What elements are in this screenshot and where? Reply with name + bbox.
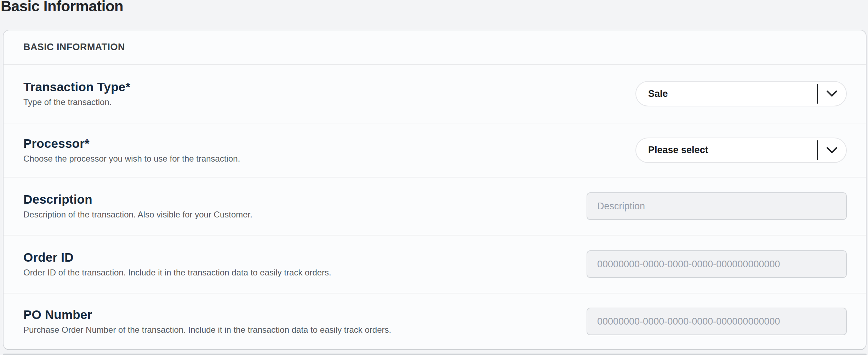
next-section-top-edge — [3, 354, 867, 355]
label-block: Description Description of the transacti… — [23, 192, 252, 220]
card-header-label: BASIC INFORMATION — [23, 42, 125, 53]
processor-select[interactable]: Please select — [635, 138, 847, 163]
form-row-description: Description Description of the transacti… — [4, 178, 866, 235]
row-description: Order ID of the transaction. Include it … — [23, 267, 331, 278]
page-title: Basic Information — [1, 0, 123, 15]
row-description: Description of the transaction. Also vis… — [23, 209, 252, 220]
select-value: Please select — [636, 145, 817, 156]
description-input[interactable] — [587, 192, 847, 220]
row-title: Order ID — [23, 250, 331, 264]
label-block: Order ID Order ID of the transaction. In… — [23, 250, 331, 278]
row-description: Purchase Order Number of the transaction… — [23, 325, 391, 335]
po-number-input[interactable] — [587, 308, 847, 335]
row-title: Processor* — [23, 136, 240, 151]
basic-information-card: BASIC INFORMATION Transaction Type* Type… — [3, 30, 867, 350]
label-block: PO Number Purchase Order Number of the t… — [23, 308, 391, 335]
chevron-down-icon — [818, 90, 846, 97]
order-id-input[interactable] — [587, 250, 847, 278]
chevron-down-icon — [818, 147, 846, 154]
transaction-type-select[interactable]: Sale — [635, 81, 847, 106]
label-block: Transaction Type* Type of the transactio… — [23, 80, 130, 107]
card-header: BASIC INFORMATION — [4, 30, 866, 65]
row-title: Description — [23, 192, 252, 206]
label-block: Processor* Choose the processor you wish… — [23, 136, 240, 164]
form-row-po-number: PO Number Purchase Order Number of the t… — [4, 293, 866, 349]
form-row-processor: Processor* Choose the processor you wish… — [4, 123, 866, 178]
row-title: PO Number — [23, 308, 391, 322]
row-description: Choose the processor you wish to use for… — [23, 153, 240, 164]
form-row-transaction-type: Transaction Type* Type of the transactio… — [4, 65, 866, 123]
row-title: Transaction Type* — [23, 80, 130, 94]
form-row-order-id: Order ID Order ID of the transaction. In… — [4, 235, 866, 293]
select-value: Sale — [636, 88, 817, 99]
row-description: Type of the transaction. — [23, 97, 130, 107]
